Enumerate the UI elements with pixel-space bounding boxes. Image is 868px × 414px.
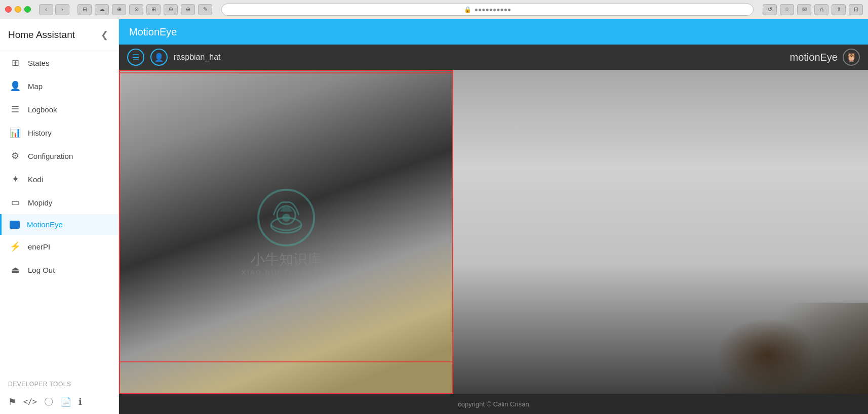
motioneye-user-button[interactable]: 👤 [150, 49, 168, 66]
motioneye-footer: copyright © Calin Crisan [119, 394, 868, 414]
print-icon[interactable]: ⎙ [814, 4, 828, 15]
sidebar-item-logout[interactable]: ⏏ Log Out [0, 258, 119, 281]
sidebar-title: Home Assistant [8, 29, 75, 40]
toolbar-icons: ⊟ ☁ ⊕ ⊙ ⊞ ⊛ ⊕ ✎ [77, 4, 212, 15]
rest-tool-icon[interactable]: 📄 [60, 396, 71, 407]
page-title: MotionEye [129, 26, 177, 38]
enerpi-icon: ⚡ [10, 241, 21, 252]
mail-icon[interactable]: ✉ [797, 4, 811, 15]
sidebar: Home Assistant ❮ ⊞ States 👤 Map ☰ Logboo… [0, 19, 119, 414]
watermark-logo-svg [256, 187, 317, 248]
page-header: MotionEye [119, 19, 868, 45]
user-circle-icon: 👤 [154, 53, 164, 62]
logbook-label: Logbook [28, 105, 57, 114]
kodi-label: Kodi [28, 175, 43, 184]
adblock-icon[interactable]: ⊛ [164, 4, 178, 15]
cameras-grid: 小牛知识库 XIAO NIU ZHI SHI KU [119, 70, 868, 394]
main-content: MotionEye ☰ 👤 raspbian_hat motionEye [119, 19, 868, 414]
sidebar-collapse-button[interactable]: ❮ [99, 27, 110, 43]
lock-icon: 🔒 [464, 6, 471, 13]
motioneye-brand: motionEye 🦉 [790, 49, 860, 66]
motion-line-top [120, 72, 452, 73]
motioneye-brand-text: motionEye [790, 52, 838, 63]
sidebar-item-kodi[interactable]: ✦ Kodi [0, 168, 119, 191]
footer-copyright: copyright © Calin Crisan [458, 400, 529, 408]
watermark: 小牛知识库 XIAO NIU ZHI SHI KU [242, 187, 331, 276]
motion-line-bottom [120, 361, 452, 362]
sidebar-item-motioneye[interactable]: ▶ MotionEye [0, 214, 119, 235]
sidebar-item-history[interactable]: 📊 History [0, 121, 119, 144]
grid-icon[interactable]: ⊞ [146, 4, 161, 15]
map-icon: 👤 [10, 80, 21, 92]
minimize-button[interactable] [15, 6, 21, 13]
upload-icon[interactable]: ⇧ [832, 4, 846, 15]
camera-feed-2[interactable] [453, 70, 868, 394]
back-button[interactable]: ‹ [39, 4, 53, 15]
address-text: ●●●●●●●●●● [475, 6, 511, 13]
app-container: Home Assistant ❮ ⊞ States 👤 Map ☰ Logboo… [0, 19, 868, 414]
configuration-label: Configuration [28, 152, 73, 160]
template-tool-icon[interactable]: ⚑ [8, 396, 16, 407]
reload-icon[interactable]: ↺ [763, 4, 777, 15]
logout-label: Log Out [28, 266, 55, 274]
camera-placeholder-2 [453, 70, 868, 394]
address-bar[interactable]: 🔒 ●●●●●●●●●● [221, 4, 754, 16]
mopidy-icon: ▭ [10, 197, 21, 208]
clock-icon[interactable]: ⊙ [129, 4, 143, 15]
logbook-icon: ☰ [10, 104, 21, 115]
edit-icon[interactable]: ✎ [198, 4, 212, 15]
title-bar-right-icons: ↺ ☆ ✉ ⎙ ⇧ ⊡ [763, 4, 863, 15]
forward-button[interactable]: › [55, 4, 69, 15]
sidebar-item-configuration[interactable]: ⚙ Configuration [0, 144, 119, 168]
info-tool-icon[interactable]: ℹ [78, 396, 82, 407]
states-label: States [28, 59, 50, 67]
shield-icon[interactable]: ⊕ [181, 4, 195, 15]
dev-tool-icon[interactable]: </> [23, 397, 37, 406]
motioneye-label: MotionEye [27, 220, 63, 229]
camera-feed-1[interactable]: 小牛知识库 XIAO NIU ZHI SHI KU [119, 70, 453, 394]
sidebar-right-icon[interactable]: ⊡ [849, 4, 863, 15]
close-button[interactable] [5, 6, 12, 13]
developer-tools-section: Developer Tools ⚑ </> 〇 📄 ℹ [0, 375, 119, 414]
sidebar-item-enerpi[interactable]: ⚡ enerPI [0, 235, 119, 258]
motioneye-topbar: ☰ 👤 raspbian_hat motionEye 🦉 [119, 45, 868, 70]
history-label: History [28, 129, 52, 137]
enerpi-label: enerPI [28, 242, 50, 251]
developer-tools-icons: ⚑ </> 〇 📄 ℹ [0, 390, 119, 414]
motioneye-container: ☰ 👤 raspbian_hat motionEye 🦉 [119, 45, 868, 414]
sidebar-toggle-icon[interactable]: ⊟ [77, 4, 92, 15]
svg-point-3 [282, 214, 290, 222]
bookmark-icon[interactable]: ☆ [780, 4, 794, 15]
sidebar-nav: ⊞ States 👤 Map ☰ Logbook 📊 History ⚙ Con… [0, 51, 119, 375]
sidebar-item-states[interactable]: ⊞ States [0, 51, 119, 74]
menu-lines-icon: ☰ [132, 53, 139, 62]
sidebar-header: Home Assistant ❮ [0, 19, 119, 51]
sidebar-item-logbook[interactable]: ☰ Logbook [0, 98, 119, 121]
sidebar-item-mopidy[interactable]: ▭ Mopidy [0, 191, 119, 214]
motioneye-menu-button[interactable]: ☰ [127, 49, 144, 66]
watermark-text-chinese: 小牛知识库 [242, 250, 331, 269]
map-label: Map [28, 82, 43, 91]
motioneye-username: raspbian_hat [174, 53, 221, 62]
states-icon: ⊞ [10, 57, 21, 68]
mqtt-tool-icon[interactable]: 〇 [44, 396, 53, 408]
developer-tools-title: Developer Tools [0, 375, 119, 390]
motioneye-icon: ▶ [10, 221, 20, 229]
camera-image-2 [453, 70, 868, 394]
share-icon[interactable]: ⊕ [112, 4, 126, 15]
history-icon: 📊 [10, 127, 21, 138]
sidebar-item-map[interactable]: 👤 Map [0, 74, 119, 98]
logout-icon: ⏏ [10, 264, 21, 275]
motioneye-topbar-left: ☰ 👤 raspbian_hat [127, 49, 221, 66]
cloud-icon[interactable]: ☁ [95, 4, 109, 15]
motioneye-owl-icon[interactable]: 🦉 [843, 49, 860, 66]
nav-buttons: ‹ › [39, 4, 69, 15]
owl-emoji: 🦉 [846, 52, 857, 63]
title-bar: ‹ › ⊟ ☁ ⊕ ⊙ ⊞ ⊛ ⊕ ✎ 🔒 ●●●●●●●●●● ↺ ☆ ✉ ⎙… [0, 0, 868, 19]
mopidy-label: Mopidy [28, 198, 52, 207]
configuration-icon: ⚙ [10, 150, 21, 161]
maximize-button[interactable] [24, 6, 31, 13]
traffic-lights [5, 6, 31, 13]
watermark-text-english: XIAO NIU ZHI SHI KU [242, 269, 331, 276]
kodi-icon: ✦ [10, 174, 21, 185]
